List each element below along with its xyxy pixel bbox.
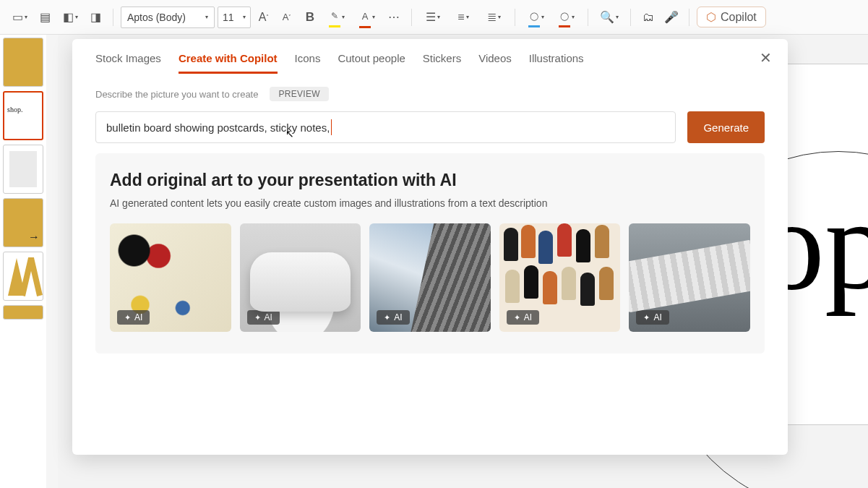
slide-thumb-5[interactable] <box>3 252 43 301</box>
text-caret <box>331 119 332 135</box>
slide-thumbnails: shop. → <box>0 35 46 488</box>
reset-icon[interactable]: ◨ <box>85 7 106 27</box>
insert-image-panel: Stock Images Create with Copilot Icons C… <box>72 39 788 455</box>
sample-tile-hands[interactable]: ✦AI <box>499 223 621 332</box>
prompt-input-value: bulletin board showing postcards, sticky… <box>106 121 330 134</box>
separator <box>411 9 412 26</box>
close-icon[interactable]: ✕ <box>760 49 772 67</box>
generate-button[interactable]: Generate <box>687 111 765 143</box>
font-family-select[interactable]: Aptos (Body) ▾ <box>121 7 215 28</box>
ai-intro-card: Add original art to your presentation wi… <box>95 153 765 354</box>
numbering-icon[interactable]: ≡▾ <box>450 7 477 27</box>
slide-thumb-2[interactable]: shop. <box>3 91 43 140</box>
ai-badge: ✦AI <box>377 310 409 325</box>
sample-tile-car[interactable]: ✦AI <box>240 223 361 332</box>
prompt-input[interactable]: bulletin board showing postcards, sticky… <box>95 111 676 143</box>
decrease-font-icon[interactable]: A˅ <box>277 7 297 27</box>
slide-thumb-1[interactable] <box>3 38 43 87</box>
ai-badge: ✦AI <box>247 310 280 325</box>
intro-subtext: AI generated content lets you easily cre… <box>110 197 750 209</box>
sparkle-icon: ✦ <box>254 313 261 322</box>
tab-videos[interactable]: Videos <box>478 52 512 74</box>
font-color-icon[interactable]: A ▾ <box>353 7 381 27</box>
separator <box>113 9 113 26</box>
separator <box>630 9 631 26</box>
bullets-icon[interactable]: ☰▾ <box>419 7 447 27</box>
dictate-icon[interactable]: 🎤 <box>661 7 682 27</box>
tab-illustrations[interactable]: Illustrations <box>529 52 584 74</box>
tab-cutout-people[interactable]: Cutout people <box>338 52 405 74</box>
font-family-value: Aptos (Body) <box>127 12 186 23</box>
outline-view-icon[interactable]: ▤ <box>35 7 55 27</box>
ai-badge: ✦AI <box>117 310 150 325</box>
intro-headline: Add original art to your presentation wi… <box>110 171 750 190</box>
copilot-icon: ⬡ <box>706 10 716 24</box>
sample-tile-building[interactable]: ✦AI <box>369 223 491 332</box>
font-size-select[interactable]: 11 ▾ <box>218 7 251 28</box>
bold-icon[interactable]: B <box>300 7 320 27</box>
sample-tile-rowing[interactable]: ✦AI <box>629 223 750 332</box>
highlight-icon[interactable]: ✎ ▾ <box>323 7 351 27</box>
panel-tabs: Stock Images Create with Copilot Icons C… <box>72 39 788 74</box>
copilot-button[interactable]: ⬡ Copilot <box>697 7 766 27</box>
sample-gallery: ✦AI ✦AI ✦AI ✦AI <box>110 223 750 332</box>
sample-tile-abstract[interactable]: ✦AI <box>110 223 231 332</box>
sparkle-icon: ✦ <box>384 313 390 322</box>
separator <box>588 9 588 26</box>
ribbon: ▭▾ ▤ ◧▾ ◨ Aptos (Body) ▾ 11 ▾ A˄ A˅ B ✎ … <box>0 0 868 35</box>
find-icon[interactable]: 🔍▾ <box>596 7 623 27</box>
shape-fill-icon[interactable]: ◯ ▾ <box>523 7 550 27</box>
more-font-icon[interactable]: ⋯ <box>384 7 404 27</box>
copilot-label: Copilot <box>721 11 757 24</box>
align-icon[interactable]: ≣▾ <box>480 7 507 27</box>
shape-outline-icon[interactable]: ◯ ▾ <box>553 7 580 27</box>
tab-create-with-copilot[interactable]: Create with Copilot <box>179 52 278 74</box>
tab-stickers[interactable]: Stickers <box>423 52 461 74</box>
sparkle-icon: ✦ <box>514 313 520 322</box>
slide-thumb-4[interactable]: → <box>3 198 43 247</box>
sparkle-icon: ✦ <box>124 313 131 322</box>
font-size-value: 11 <box>223 12 234 23</box>
slide-thumb-6[interactable] <box>3 305 43 320</box>
separator <box>515 9 515 26</box>
ai-badge: ✦AI <box>636 310 669 325</box>
designer-icon[interactable]: 🗂 <box>638 7 658 27</box>
tab-stock-images[interactable]: Stock Images <box>95 52 161 74</box>
preview-badge: PREVIEW <box>270 87 328 101</box>
separator <box>689 9 689 26</box>
layout-icon[interactable]: ◧▾ <box>56 7 84 27</box>
increase-font-icon[interactable]: A˄ <box>254 7 274 27</box>
sparkle-icon: ✦ <box>643 313 650 322</box>
tab-icons[interactable]: Icons <box>295 52 321 74</box>
slide-thumb-3[interactable] <box>3 145 43 194</box>
new-slide-icon[interactable]: ▭▾ <box>6 7 33 27</box>
ai-badge: ✦AI <box>507 310 539 325</box>
prompt-description: Describe the picture you want to create <box>95 89 258 100</box>
